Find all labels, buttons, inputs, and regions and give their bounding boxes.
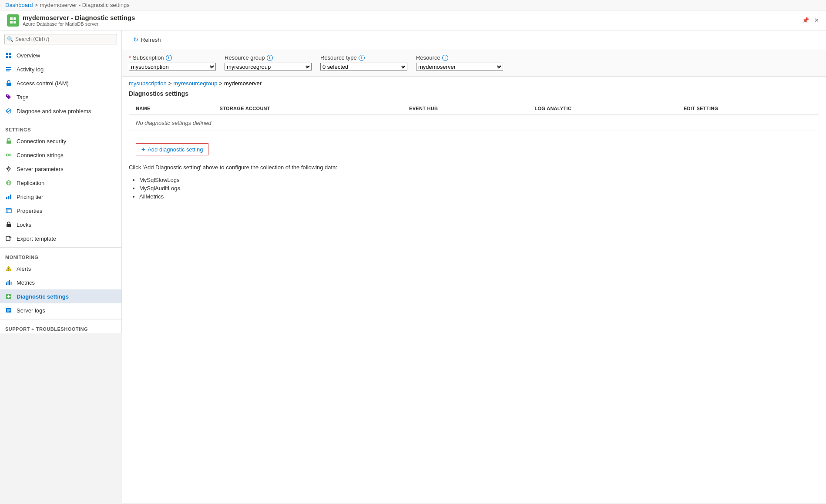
add-button-label: Add diagnostic setting (148, 146, 203, 153)
sidebar-item-pricing-tier[interactable]: Pricing tier (0, 190, 121, 204)
window-actions: 📌 ✕ (802, 17, 819, 24)
col-event-hub: EVENT HUB (402, 102, 527, 115)
svg-rect-4 (6, 53, 8, 55)
sidebar-item-connection-strings[interactable]: Connection strings (0, 148, 121, 162)
sidebar-item-metrics-label: Metrics (17, 279, 35, 286)
subscription-filter: * Subscription i mysubscription (129, 54, 216, 71)
sidebar-item-access-control-label: Access control (IAM) (17, 80, 69, 87)
path-breadcrumb: mysubscription > myresourcegroup > mydem… (122, 77, 826, 90)
refresh-icon: ↻ (133, 36, 138, 43)
svg-rect-39 (9, 280, 10, 285)
sidebar-item-locks[interactable]: Locks (0, 218, 121, 232)
server-parameters-icon (5, 165, 12, 172)
table-empty-row: No diagnostic settings defined (129, 115, 819, 131)
sidebar-search-container: 🔍 (0, 30, 121, 48)
subscription-select-wrapper: mysubscription (129, 63, 216, 71)
sidebar-item-server-parameters[interactable]: Server parameters (0, 162, 121, 176)
subscription-info-icon[interactable]: i (166, 55, 172, 61)
sidebar-item-pricing-tier-label: Pricing tier (17, 194, 43, 200)
pin-icon[interactable]: 📌 (802, 17, 809, 24)
sidebar: 🔍 Overview (0, 30, 122, 333)
svg-rect-8 (6, 67, 11, 68)
svg-rect-28 (8, 196, 10, 199)
sidebar-item-export-template[interactable]: Export template (0, 232, 121, 245)
sidebar-item-overview[interactable]: Overview (0, 48, 121, 62)
locks-icon (5, 221, 12, 228)
settings-section-label: Settings (0, 122, 121, 134)
properties-icon (5, 207, 12, 214)
svg-rect-9 (6, 69, 11, 70)
path-subscription[interactable]: mysubscription (129, 80, 167, 87)
resource-group-info-icon[interactable]: i (267, 55, 273, 61)
resource-type-filter: Resource type i 0 selected (320, 54, 407, 71)
sidebar-item-replication-label: Replication (17, 180, 44, 186)
search-input[interactable] (4, 34, 117, 44)
sidebar-item-access-control[interactable]: Access control (IAM) (0, 76, 121, 90)
sidebar-item-connection-security[interactable]: Connection security (0, 134, 121, 148)
sidebar-item-alerts[interactable]: Alerts (0, 262, 121, 276)
svg-rect-29 (10, 195, 11, 199)
sidebar-item-properties[interactable]: Properties (0, 204, 121, 218)
sidebar-item-diagnostic-settings[interactable]: Diagnostic settings (0, 289, 121, 303)
svg-rect-11 (7, 83, 11, 86)
sidebar-item-locks-label: Locks (17, 222, 31, 228)
top-breadcrumb: Dashboard > mydemoserver - Diagnostic se… (0, 0, 826, 10)
diagnostics-section: Diagnostics settings NAME STORAGE ACCOUN… (122, 90, 826, 138)
diagnostics-title: Diagnostics settings (129, 90, 819, 97)
col-edit-setting: EDIT SETTING (677, 102, 819, 115)
diagnostics-table: NAME STORAGE ACCOUNT EVENT HUB LOG ANALY… (129, 102, 819, 131)
resource-info-icon[interactable]: i (442, 55, 448, 61)
svg-rect-6 (6, 56, 8, 58)
resource-select-wrapper: mydemoserver (416, 63, 503, 71)
subscription-select[interactable]: mysubscription (129, 63, 216, 71)
add-diagnostic-setting-button[interactable]: + Add diagnostic setting (136, 143, 208, 155)
replication-icon (5, 179, 12, 186)
close-icon[interactable]: ✕ (814, 17, 819, 24)
refresh-button[interactable]: ↻ Refresh (129, 34, 165, 45)
data-type-2: MySqlAuditLogs (139, 184, 819, 192)
resource-select[interactable]: mydemoserver (416, 63, 503, 71)
sidebar-item-tags[interactable]: Tags (0, 90, 121, 104)
resource-type-select-wrapper: 0 selected (320, 63, 407, 71)
sidebar-item-replication[interactable]: Replication (0, 176, 121, 190)
info-text: Click 'Add Diagnostic setting' above to … (122, 161, 826, 174)
diagnostic-settings-icon (5, 293, 12, 300)
monitoring-section-label: Monitoring (0, 249, 121, 262)
overview-icon (5, 52, 12, 59)
svg-rect-3 (13, 21, 16, 24)
filter-row: * Subscription i mysubscription Resource… (122, 49, 826, 77)
sidebar-item-server-logs[interactable]: Server logs (0, 303, 121, 317)
svg-rect-14 (7, 141, 11, 144)
resource-type-select[interactable]: 0 selected (320, 63, 407, 71)
sidebar-item-export-template-label: Export template (17, 235, 56, 242)
col-name: NAME (129, 102, 213, 115)
svg-rect-0 (10, 17, 13, 20)
resource-group-select-wrapper: myresourcegroup (225, 63, 312, 71)
support-section-label: Support + troubleshooting (0, 321, 121, 333)
path-sep2: > (219, 80, 222, 87)
pricing-tier-icon (5, 193, 12, 200)
resource-type-info-icon[interactable]: i (359, 55, 365, 61)
breadcrumb-dashboard[interactable]: Dashboard (5, 2, 33, 8)
sidebar-item-diagnose[interactable]: Diagnose and solve problems (0, 104, 121, 118)
svg-rect-2 (10, 21, 13, 24)
sidebar-item-activity-log[interactable]: Activity log (0, 62, 121, 76)
svg-rect-30 (6, 208, 11, 213)
app-icon (7, 14, 19, 27)
col-storage: STORAGE ACCOUNT (213, 102, 402, 115)
resource-group-label: Resource group i (225, 54, 312, 61)
breadcrumb-current: mydemoserver - Diagnostic settings (40, 2, 130, 8)
empty-message: No diagnostic settings defined (129, 115, 819, 131)
sidebar-item-metrics[interactable]: Metrics (0, 276, 121, 289)
activity-log-icon (5, 66, 12, 73)
path-sep1: > (168, 80, 172, 87)
connection-security-icon (5, 138, 12, 144)
alerts-icon (5, 265, 12, 272)
path-resource-group[interactable]: myresourcegroup (173, 80, 217, 87)
sidebar-item-activity-log-label: Activity log (17, 66, 44, 73)
subscription-label: * Subscription i (129, 54, 216, 61)
resource-group-select[interactable]: myresourcegroup (225, 63, 312, 71)
add-button-container: + Add diagnostic setting (122, 138, 826, 161)
sidebar-item-tags-label: Tags (17, 94, 28, 101)
sidebar-item-server-parameters-label: Server parameters (17, 166, 64, 172)
